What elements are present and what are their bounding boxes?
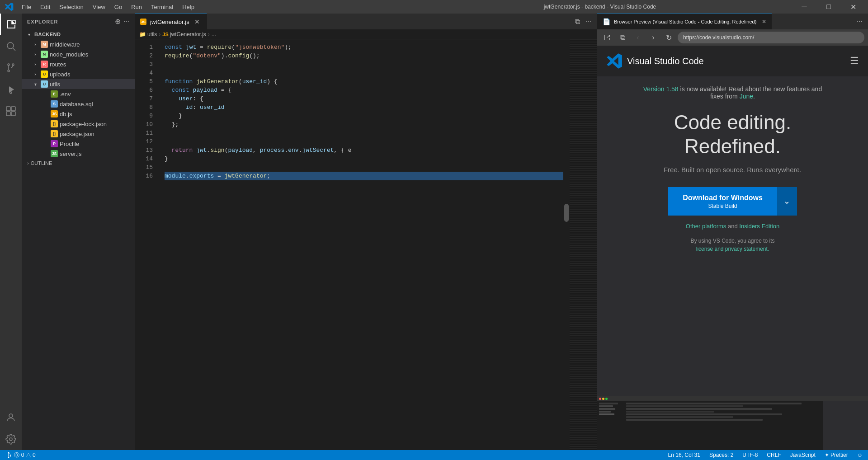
sidebar-item-procfile[interactable]: P Procfile	[22, 139, 135, 149]
breadcrumb-utils[interactable]: 📁 utils	[139, 31, 157, 38]
ss-code	[624, 401, 823, 423]
browser-tab-close-icon[interactable]: ✕	[762, 19, 766, 25]
ss-code-line	[626, 403, 802, 404]
sidebar-item-package-lock[interactable]: {} package-lock.json	[22, 119, 135, 129]
code-line-2: require("dotenv").config();	[165, 52, 563, 60]
activity-settings-icon[interactable]	[0, 428, 22, 450]
status-eol[interactable]: CRLF	[765, 452, 783, 458]
browser-tab-bar: 📄 Browser Preview (Visual Studio Code - …	[597, 14, 868, 29]
status-bar: ⓪ 0 △ 0 Ln 16, Col 31 Spaces: 2 UTF-8 CR…	[0, 450, 868, 460]
editor-content-area: 1234 5678 9101112 13141516 const jwt = r…	[135, 39, 597, 450]
activity-extensions-icon[interactable]	[0, 100, 22, 122]
website-hamburger-icon[interactable]: ☰	[850, 55, 859, 67]
download-dropdown-button[interactable]: ⌄	[777, 187, 797, 216]
version-link[interactable]: Version 1.58	[643, 85, 679, 93]
sidebar-title: EXPLORER	[27, 19, 58, 24]
sidebar-item-env[interactable]: E .env	[22, 89, 135, 99]
status-notifications[interactable]: ☺	[855, 452, 864, 458]
other-platforms-link[interactable]: Other platforms	[686, 223, 726, 230]
more-actions-icon[interactable]: ···	[584, 16, 593, 28]
status-language[interactable]: JavaScript	[788, 452, 817, 458]
new-file-icon[interactable]: ⊕	[115, 17, 121, 26]
status-left: ⓪ 0 △ 0	[4, 451, 38, 459]
sidebar-item-middleware[interactable]: › M middleware	[22, 39, 135, 49]
menu-view[interactable]: View	[89, 3, 109, 11]
status-encoding[interactable]: UTF-8	[741, 452, 760, 458]
menu-selection[interactable]: Selection	[56, 3, 87, 11]
menu-terminal[interactable]: Terminal	[147, 3, 177, 11]
sidebar-item-outline[interactable]: › OUTLINE	[22, 159, 135, 168]
status-spaces[interactable]: Spaces: 2	[708, 452, 735, 458]
ss-code-line	[626, 411, 714, 413]
sidebar-item-package-json[interactable]: {} package.json	[22, 129, 135, 139]
breadcrumb-sep-2: ›	[208, 31, 210, 38]
browser-refresh-icon[interactable]: ↻	[662, 31, 675, 44]
ss-panel	[823, 401, 868, 450]
sidebar-item-uploads[interactable]: › U uploads	[22, 69, 135, 79]
activity-accounts-icon[interactable]	[0, 407, 22, 428]
breadcrumb-file[interactable]: JS jwtGenerator.js	[162, 31, 206, 38]
download-button-label: Download for Windows	[683, 193, 763, 202]
activity-run-icon[interactable]	[0, 79, 22, 100]
download-area: Download for Windows Stable Build ⌄	[668, 187, 797, 216]
editor-tab-jwt[interactable]: JS jwtGenerator.js ✕	[135, 14, 207, 29]
menu-run[interactable]: Run	[127, 3, 146, 11]
download-windows-button[interactable]: Download for Windows Stable Build	[668, 187, 777, 216]
status-prettier[interactable]: ✦ Prettier	[823, 452, 850, 458]
breadcrumb-sep-1: ›	[159, 31, 160, 38]
status-position[interactable]: Ln 16, Col 31	[666, 452, 702, 458]
code-line-15	[165, 163, 563, 172]
line-numbers: 1234 5678 9101112 13141516	[135, 39, 157, 450]
license-link[interactable]: license and privacy statement.	[696, 246, 769, 252]
sidebar-item-db-js[interactable]: JS db.js	[22, 109, 135, 119]
maximize-button[interactable]: □	[818, 0, 839, 14]
scrollbar-thumb	[564, 204, 569, 222]
title-bar: File Edit Selection View Go Run Terminal…	[0, 0, 868, 14]
sidebar-item-utils[interactable]: ▾ U utils	[22, 79, 135, 89]
close-button[interactable]: ✕	[843, 0, 863, 14]
menu-go[interactable]: Go	[111, 3, 126, 11]
browser-forward-icon[interactable]: ›	[647, 31, 660, 44]
code-line-6: const payload = {	[165, 86, 563, 94]
menu-help[interactable]: Help	[179, 3, 198, 11]
status-git-icon[interactable]: ⓪ 0 △ 0	[4, 451, 38, 459]
breadcrumb-more[interactable]: ...	[212, 31, 216, 38]
insiders-edition-link[interactable]: Insiders Edition	[739, 223, 779, 230]
editor-tab-label: jwtGenerator.js	[150, 19, 189, 25]
breadcrumb-utils-label: utils	[147, 31, 157, 38]
tree-root-backend[interactable]: ▾ BACKEND	[22, 29, 135, 39]
editor-scrollbar[interactable]	[563, 39, 570, 450]
june-link[interactable]: June.	[740, 93, 755, 100]
website-screenshot-preview	[597, 396, 868, 450]
sidebar: EXPLORER ⊕ ··· ▾ BACKEND › M middleware …	[22, 14, 135, 450]
sidebar-item-server-js[interactable]: JS server.js	[22, 149, 135, 159]
browser-tab-actions: ···	[855, 14, 868, 29]
svg-rect-4	[6, 107, 10, 111]
browser-tab[interactable]: 📄 Browser Preview (Visual Studio Code - …	[597, 14, 772, 29]
browser-back-icon[interactable]: ‹	[632, 31, 644, 44]
sidebar-item-routes[interactable]: › R routes	[22, 59, 135, 69]
ss-line	[599, 408, 615, 410]
split-editor-icon[interactable]: ⧉	[573, 16, 582, 28]
browser-tab-icon: 📄	[603, 18, 610, 25]
screenshot-inner	[597, 396, 868, 450]
sidebar-item-node-modules[interactable]: › N node_modules	[22, 49, 135, 59]
collapse-arrow-icon: ▾	[32, 82, 39, 87]
menu-file[interactable]: File	[18, 3, 35, 11]
sidebar-item-database-sql[interactable]: S database.sql	[22, 99, 135, 109]
sidebar-label-package-lock: package-lock.json	[60, 121, 107, 127]
tab-close-icon[interactable]: ✕	[193, 18, 201, 26]
browser-url-bar[interactable]: https://code.visualstudio.com/	[678, 32, 864, 43]
code-editor[interactable]: 1234 5678 9101112 13141516 const jwt = r…	[135, 39, 570, 450]
minimize-button[interactable]: ─	[794, 0, 815, 14]
browser-more-actions-icon[interactable]: ···	[855, 16, 864, 28]
activity-source-control-icon[interactable]	[0, 57, 22, 79]
activity-search-icon[interactable]	[0, 35, 22, 57]
svg-line-2	[13, 48, 16, 51]
browser-toggle-view-icon[interactable]: ⧉	[616, 31, 629, 44]
browser-open-in-external-icon[interactable]	[601, 31, 613, 44]
editor-minimap	[570, 39, 597, 450]
menu-edit[interactable]: Edit	[37, 3, 54, 11]
more-actions-icon[interactable]: ···	[123, 17, 129, 26]
activity-explorer-icon[interactable]	[0, 14, 22, 35]
